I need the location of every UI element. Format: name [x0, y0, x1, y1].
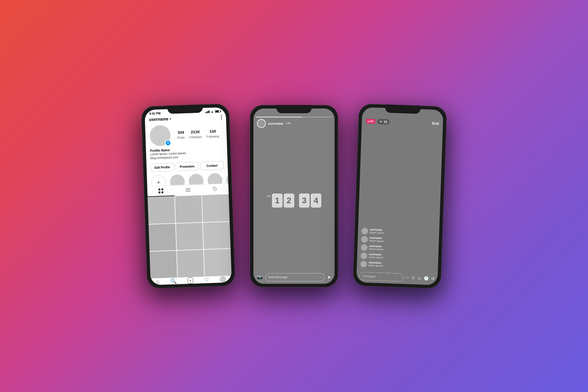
profile-nav-icon[interactable]	[220, 276, 226, 283]
hour-tens: 1	[272, 194, 283, 208]
send-message-input[interactable]: Send Message ⋯	[265, 273, 325, 281]
phones-container: 9:41 PM ▲	[144, 105, 444, 287]
live-content	[358, 126, 443, 228]
flip-minutes: 3 4	[299, 194, 321, 208]
grid-icon	[158, 188, 163, 193]
profile-username-header[interactable]: username ▾	[149, 116, 171, 122]
svg-rect-0	[158, 189, 160, 190]
comment-text-4: username lorem ipsum	[369, 261, 383, 267]
commenter-avatar-4	[360, 261, 367, 267]
profile-section: + 334 Posts 211K Followers 134	[145, 121, 227, 149]
edit-profile-button[interactable]: Edit Profile	[151, 163, 174, 172]
add-nav-icon[interactable]: +	[188, 277, 193, 284]
phone-story: username 14h AM 1 2	[250, 105, 338, 287]
commenter-avatar-0	[361, 228, 368, 234]
search-nav-icon[interactable]: 🔍	[170, 278, 177, 284]
story-time: 14h	[286, 122, 291, 125]
svg-rect-1	[161, 188, 163, 190]
followers-count: 211K	[189, 129, 202, 134]
post-4[interactable]	[148, 223, 176, 251]
comment-msg-1: lorem ipsum	[369, 239, 384, 243]
hamburger-menu-icon[interactable]	[221, 115, 222, 119]
tab-list[interactable]	[174, 184, 202, 196]
commenter-avatar-2	[361, 244, 368, 251]
svg-rect-3	[161, 191, 163, 193]
comment-msg-3: lorem ipsum	[369, 256, 383, 259]
following-label: Following	[207, 134, 219, 138]
following-stat[interactable]: 134 Following	[206, 129, 219, 139]
post-9[interactable]	[204, 249, 232, 276]
add-highlight-icon: +	[151, 175, 166, 186]
emoji2-icon[interactable]: 🕐	[424, 276, 429, 281]
username-text: username	[149, 116, 169, 122]
more-options-icon[interactable]: ⋯	[319, 275, 322, 279]
post-8[interactable]	[177, 250, 204, 277]
post-6[interactable]	[203, 221, 230, 249]
comment-text-1: username lorem ipsum	[369, 236, 384, 243]
posts-label: Posts	[177, 136, 185, 139]
post-2[interactable]	[175, 195, 203, 223]
viewer-count: 15	[384, 120, 387, 123]
commenter-avatar-3	[360, 252, 367, 259]
bio-link[interactable]: blog.loremipsum.com	[150, 156, 178, 160]
emoji-react-icon[interactable]: ☺	[417, 276, 422, 280]
add-photo-button[interactable]: +	[165, 140, 171, 146]
live-action-icons: ⋯ ▽ ☺ 🕐 ↺	[405, 275, 435, 281]
comment-text-0: username lorem ipsum	[370, 228, 384, 234]
hour-ones: 2	[284, 194, 294, 208]
send-icon[interactable]: ➤	[327, 274, 331, 280]
comment-msg-4: lorem ipsum	[369, 264, 383, 267]
bio-line1: Lorem ipsum. Lorem ipsum.	[150, 151, 187, 156]
am-pm-label: AM	[267, 195, 271, 198]
story-avatar[interactable]	[257, 119, 266, 128]
tab-grid[interactable]	[147, 185, 175, 197]
tab-tagged[interactable]	[201, 184, 229, 195]
contact-button[interactable]: Contact	[200, 161, 224, 170]
refresh-icon[interactable]: ↺	[431, 276, 435, 281]
min-tens: 3	[299, 194, 310, 208]
story-username[interactable]: username	[268, 122, 283, 125]
heart-nav-icon[interactable]: ♡	[204, 276, 209, 283]
phone1-notch	[167, 104, 203, 114]
followers-label: Followers	[189, 135, 202, 139]
post-7[interactable]	[150, 251, 177, 278]
comment-0: username lorem ipsum	[361, 228, 436, 237]
phone-profile: 9:41 PM ▲	[141, 103, 235, 288]
followers-stat[interactable]: 211K Followers	[189, 129, 202, 139]
story-content: AM 1 2 3 4	[253, 130, 335, 271]
time-display: 9:41 PM	[149, 112, 161, 115]
comment-msg-2: lorem ipsum	[369, 247, 383, 251]
comment-1: username lorem ipsum	[361, 236, 435, 245]
svg-rect-6	[186, 191, 190, 192]
following-count: 134	[206, 129, 219, 133]
comment-2: username lorem ipsum	[361, 244, 435, 253]
posts-stat: 334 Posts	[177, 130, 185, 140]
comment-placeholder: Comment	[363, 274, 375, 278]
min-ones: 4	[311, 194, 321, 208]
comment-text-3: username lorem ipsum	[369, 253, 384, 259]
avatar-wrapper[interactable]: +	[149, 125, 171, 146]
promotion-button[interactable]: Promotion	[176, 162, 199, 171]
post-1[interactable]	[148, 196, 175, 224]
posts-count: 334	[177, 130, 185, 134]
stats-row: 334 Posts 211K Followers 134 Following	[173, 129, 223, 140]
new-highlight[interactable]: + New	[151, 175, 166, 186]
posts-grid	[148, 194, 231, 278]
list-icon	[186, 187, 191, 192]
comments-section: username lorem ipsum username lorem ipsu…	[357, 225, 439, 272]
home-nav-icon[interactable]: ⌂	[156, 278, 159, 285]
battery-icon	[215, 110, 221, 113]
phone2-screen: username 14h AM 1 2	[253, 109, 335, 284]
comment-input[interactable]: Comment	[359, 272, 404, 281]
post-3[interactable]	[202, 194, 230, 222]
phone2-notch	[276, 105, 312, 113]
end-live-button[interactable]: End	[432, 121, 439, 126]
options-icon[interactable]: ⋯	[405, 275, 410, 280]
phone-live: LIVE 👁 15 End username	[353, 103, 447, 288]
post-5[interactable]	[176, 223, 203, 250]
eye-icon: 👁	[380, 120, 382, 123]
camera-icon[interactable]: 📷	[257, 274, 263, 280]
phone3-notch	[385, 104, 421, 114]
filter-icon[interactable]: ▽	[412, 275, 415, 280]
highlight-1[interactable]: highlight	[170, 174, 185, 186]
